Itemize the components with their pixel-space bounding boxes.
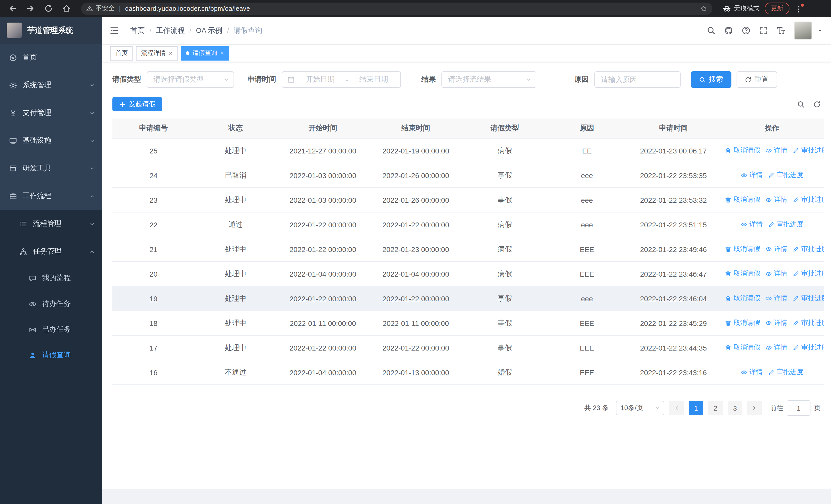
- table-row: 22通过2022-01-22 00:00:002022-01-22 00:00:…: [112, 212, 824, 237]
- op-detail-link[interactable]: 详情: [741, 220, 763, 229]
- apply-time-range-picker[interactable]: 开始日期 - 结束日期: [282, 71, 401, 88]
- sidebar-item-label: 已办任务: [42, 325, 95, 334]
- op-progress-link[interactable]: 审批进度: [793, 244, 824, 254]
- address-bar[interactable]: 不安全 | dashboard.yudao.iocoder.cn/bpm/oa/…: [81, 2, 712, 14]
- search-button[interactable]: 搜索: [691, 71, 732, 88]
- cell-start-time: 2021-12-27 00:00:00: [277, 138, 369, 163]
- sidebar-item-leave-query[interactable]: 请假查询: [0, 342, 102, 368]
- op-cancel-link[interactable]: 取消请假: [725, 146, 760, 155]
- breadcrumb-item[interactable]: OA 示例: [196, 26, 223, 35]
- font-size-icon[interactable]: [777, 26, 785, 35]
- sidebar-item-dev-tools[interactable]: 研发工具: [0, 154, 102, 182]
- op-cancel-link[interactable]: 取消请假: [725, 343, 760, 352]
- user-avatar[interactable]: [794, 22, 812, 39]
- breadcrumb-item[interactable]: 首页: [131, 26, 145, 35]
- chevron-down-icon: [654, 405, 661, 411]
- sidebar-collapse-icon[interactable]: [109, 26, 119, 35]
- forward-icon[interactable]: [26, 4, 35, 13]
- incognito-icon: [723, 4, 731, 12]
- op-detail-link[interactable]: 详情: [741, 171, 763, 180]
- github-icon[interactable]: [724, 26, 733, 35]
- op-progress-link[interactable]: 审批进度: [768, 368, 803, 377]
- search-icon[interactable]: [707, 26, 716, 35]
- sidebar-item-system-mgmt[interactable]: 系统管理: [0, 71, 102, 99]
- op-detail-link[interactable]: 详情: [765, 269, 787, 278]
- goto-page-input[interactable]: [787, 400, 810, 416]
- leave-type-select[interactable]: 请选择请假类型: [147, 71, 234, 88]
- sidebar-item-my-process[interactable]: 我的流程: [0, 265, 102, 291]
- page-button-2[interactable]: 2: [708, 401, 723, 415]
- cell-end-time: 2022-01-13 00:00:00: [369, 360, 462, 385]
- app-logo[interactable]: 芋道管理系统: [0, 17, 102, 43]
- op-cancel-link[interactable]: 取消请假: [725, 244, 760, 254]
- sidebar-item-infrastructure[interactable]: 基础设施: [0, 127, 102, 154]
- col-header-reason: 原因: [547, 119, 627, 138]
- op-progress-link[interactable]: 审批进度: [793, 146, 824, 155]
- op-detail-link[interactable]: 详情: [765, 146, 787, 155]
- active-tab-dot: [186, 51, 190, 55]
- update-button[interactable]: 更新: [765, 3, 790, 14]
- op-detail-link[interactable]: 详情: [741, 368, 763, 377]
- help-icon[interactable]: [742, 26, 750, 35]
- reset-button[interactable]: 重置: [737, 71, 777, 88]
- browser-menu-button[interactable]: [795, 4, 803, 12]
- page-button-3[interactable]: 3: [728, 401, 742, 415]
- op-progress-link[interactable]: 审批进度: [793, 195, 824, 205]
- tab-process-detail[interactable]: 流程详情 ×: [136, 46, 178, 60]
- op-progress-link[interactable]: 审批进度: [793, 294, 824, 303]
- op-cancel-link[interactable]: 取消请假: [725, 269, 760, 278]
- op-progress-link[interactable]: 审批进度: [793, 343, 824, 352]
- tab-home[interactable]: 首页: [110, 46, 133, 60]
- next-page-button[interactable]: [747, 401, 762, 415]
- refresh-table-icon[interactable]: [813, 100, 821, 108]
- op-cancel-link[interactable]: 取消请假: [725, 319, 760, 328]
- op-progress-link[interactable]: 审批进度: [768, 171, 803, 180]
- op-progress-link[interactable]: 审批进度: [793, 319, 824, 328]
- op-detail-link[interactable]: 详情: [765, 244, 787, 254]
- sidebar-item-todo-tasks[interactable]: 待办任务: [0, 291, 102, 317]
- create-leave-button[interactable]: 发起请假: [112, 97, 162, 111]
- cell-end-time: 2022-01-04 00:00:00: [369, 262, 462, 286]
- back-icon[interactable]: [8, 4, 17, 13]
- toggle-search-icon[interactable]: [797, 100, 805, 108]
- op-detail-link[interactable]: 详情: [765, 294, 787, 303]
- home-icon[interactable]: [62, 4, 71, 13]
- sidebar-item-workflow[interactable]: 工作流程: [0, 182, 102, 210]
- prev-page-button[interactable]: [669, 401, 684, 415]
- sidebar-item-done-tasks[interactable]: 已办任务: [0, 317, 102, 342]
- page-size-select[interactable]: 10条/页: [616, 401, 664, 415]
- person-icon: [29, 351, 36, 359]
- close-icon[interactable]: ×: [169, 50, 172, 56]
- fullscreen-icon[interactable]: [759, 26, 768, 35]
- sidebar-item-home[interactable]: 首页: [0, 43, 102, 71]
- op-progress-link[interactable]: 审批进度: [768, 220, 803, 229]
- op-detail-link[interactable]: 详情: [765, 319, 787, 328]
- op-progress-link[interactable]: 审批进度: [793, 269, 824, 278]
- avatar-caret-icon[interactable]: [817, 28, 823, 33]
- result-select[interactable]: 请选择流结果: [441, 71, 536, 88]
- end-date-placeholder: 结束日期: [352, 75, 395, 84]
- breadcrumb-item[interactable]: 工作流程: [156, 26, 185, 35]
- sidebar-item-payment-mgmt[interactable]: 支付管理: [0, 99, 102, 127]
- op-cancel-link[interactable]: 取消请假: [725, 294, 760, 303]
- bowtie-icon: [29, 326, 36, 333]
- reload-icon[interactable]: [44, 4, 53, 13]
- security-warning[interactable]: 不安全: [95, 4, 115, 13]
- op-detail-link[interactable]: 详情: [765, 343, 787, 352]
- reason-input[interactable]: [595, 76, 680, 84]
- bookmark-star-icon[interactable]: [700, 5, 707, 12]
- browser-window: 不安全 | dashboard.yudao.iocoder.cn/bpm/oa/…: [0, 0, 831, 504]
- content-background: [102, 488, 831, 504]
- sidebar-item-task-mgmt[interactable]: 任务管理: [0, 238, 102, 265]
- op-cancel-link[interactable]: 取消请假: [725, 195, 760, 205]
- sidebar-item-process-mgmt[interactable]: 流程管理: [0, 210, 102, 238]
- cell-reason: EEE: [547, 335, 627, 360]
- close-icon[interactable]: ×: [220, 50, 224, 56]
- goto-label: 前往: [770, 404, 783, 413]
- tab-leave-query[interactable]: 请假查询 ×: [181, 46, 229, 60]
- cell-ops: 取消请假详情审批进度: [720, 262, 824, 286]
- breadcrumb: 首页 / 工作流程 / OA 示例 / 请假查询: [131, 26, 262, 35]
- page-button-1[interactable]: 1: [689, 401, 703, 415]
- op-detail-link[interactable]: 详情: [765, 195, 787, 205]
- sidebar-item-label: 请假查询: [42, 351, 95, 360]
